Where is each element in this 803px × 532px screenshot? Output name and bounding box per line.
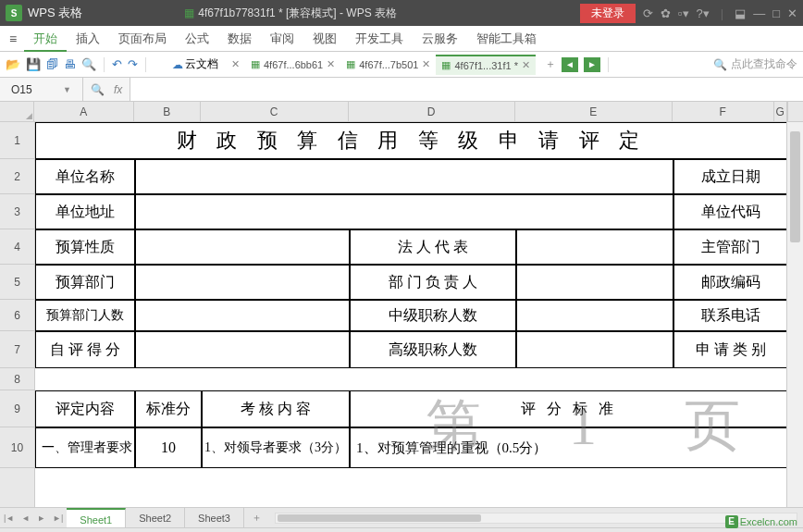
row-header-4[interactable]: 4 <box>0 229 34 265</box>
sheet-tab-0[interactable]: Sheet1 <box>67 508 126 527</box>
menu-7[interactable]: 开发工具 <box>346 26 413 52</box>
doc-tab-0[interactable]: ▦4f67f...6bb61✕ <box>245 55 340 75</box>
undo-icon[interactable]: ↶ <box>112 57 122 71</box>
row-header-8[interactable]: 8 <box>0 368 34 390</box>
cell[interactable]: 申 请 类 别 <box>673 331 788 368</box>
cell[interactable] <box>135 159 673 194</box>
save-icon[interactable]: 💾 <box>26 57 41 71</box>
sheet-tab-2[interactable]: Sheet3 <box>185 508 244 527</box>
help-icon[interactable]: ?▾ <box>697 6 710 20</box>
ribbon-min-icon[interactable]: ⬓ <box>735 6 746 20</box>
menu-8[interactable]: 云服务 <box>413 26 467 52</box>
open-icon[interactable]: 📂 <box>6 57 20 71</box>
cell[interactable]: 考 核 内 容 <box>202 390 350 427</box>
horizontal-scrollbar[interactable] <box>275 513 797 524</box>
row-header-2[interactable]: 2 <box>0 159 34 194</box>
menu-9[interactable]: 智能工具箱 <box>467 26 546 52</box>
vertical-scrollbar[interactable] <box>786 122 803 507</box>
cell[interactable]: 成立日期 <box>673 159 788 194</box>
formula-input[interactable] <box>130 78 803 101</box>
sheet-nav-last[interactable]: ►| <box>49 513 67 523</box>
cell[interactable]: 预算性质 <box>35 229 135 265</box>
tab-close-0[interactable]: ✕ <box>231 58 240 70</box>
cell[interactable]: 主管部门 <box>673 229 788 265</box>
redo-icon[interactable]: ↷ <box>128 57 138 71</box>
export-icon[interactable]: 🗐 <box>46 57 58 71</box>
cell[interactable]: 单位地址 <box>35 194 135 229</box>
print-icon[interactable]: 🖶 <box>64 57 76 71</box>
tab-nav-next[interactable]: ► <box>584 57 600 72</box>
tab-nav-prev[interactable]: ◄ <box>562 57 578 72</box>
cell[interactable]: 10 <box>135 427 202 468</box>
cell[interactable]: 1、对预算管理的重视（0.5分） <box>350 427 788 468</box>
cell[interactable]: 部 门 负 责 人 <box>350 265 516 300</box>
menu-main-icon[interactable]: ≡ <box>2 31 24 46</box>
close-icon[interactable]: ✕ <box>522 59 530 71</box>
row-header-6[interactable]: 6 <box>0 300 34 331</box>
login-button[interactable]: 未登录 <box>580 4 636 23</box>
cell[interactable]: 1、对领导者要求（3分） <box>202 427 350 468</box>
cell[interactable] <box>135 194 673 229</box>
select-all-corner[interactable]: ◢ <box>0 102 34 122</box>
maximize-icon[interactable]: □ <box>772 6 780 20</box>
command-search[interactable]: 🔍 点此查找命令 <box>713 56 797 72</box>
cell[interactable] <box>516 265 673 300</box>
cell[interactable] <box>516 331 673 368</box>
col-header-F[interactable]: F <box>673 102 774 121</box>
col-header-A[interactable]: A <box>34 102 134 121</box>
menu-0[interactable]: 开始 <box>24 26 67 52</box>
preview-icon[interactable]: 🔍 <box>81 57 96 71</box>
menu-1[interactable]: 插入 <box>67 26 109 52</box>
row-header-1[interactable]: 1 <box>0 122 34 159</box>
cell[interactable]: 财 政 预 算 信 用 等 级 申 请 评 定 <box>35 122 788 159</box>
cell[interactable]: 单位代码 <box>673 194 788 229</box>
menu-3[interactable]: 公式 <box>176 26 218 52</box>
cell[interactable]: 评定内容 <box>35 390 135 427</box>
doc-tab-1[interactable]: ▦4f67f...7b501✕ <box>340 55 436 75</box>
add-sheet-icon[interactable]: ＋ <box>244 511 269 525</box>
doc-tab-2[interactable]: ▦4f67f1...31f1 *✕ <box>436 55 536 75</box>
row-header-7[interactable]: 7 <box>0 331 34 368</box>
col-header-E[interactable]: E <box>515 102 673 121</box>
sheet-tab-1[interactable]: Sheet2 <box>126 508 185 527</box>
row-header-5[interactable]: 5 <box>0 265 34 300</box>
cell[interactable] <box>135 229 350 265</box>
row-header-3[interactable]: 3 <box>0 194 34 229</box>
close-icon[interactable]: ✕ <box>327 58 335 70</box>
col-header-C[interactable]: C <box>201 102 349 121</box>
cell[interactable] <box>516 229 673 265</box>
close-icon[interactable]: ✕ <box>787 6 797 20</box>
skin-icon[interactable]: ▫▾ <box>678 6 689 20</box>
menu-2[interactable]: 页面布局 <box>109 26 176 52</box>
formula-search-icon[interactable]: 🔍 <box>91 83 105 96</box>
gear-icon[interactable]: ✿ <box>661 6 671 20</box>
cell[interactable]: 预算部门人数 <box>35 300 135 331</box>
row-header-10[interactable]: 10 <box>0 427 34 468</box>
sheet-nav-first[interactable]: |◄ <box>0 513 18 523</box>
cell[interactable]: 预算部门 <box>35 265 135 300</box>
cell[interactable]: 单位名称 <box>35 159 135 194</box>
cell[interactable] <box>516 300 673 331</box>
cell[interactable]: 中级职称人数 <box>350 300 516 331</box>
cell[interactable]: 法 人 代 表 <box>350 229 516 265</box>
cell[interactable]: 联系电话 <box>673 300 788 331</box>
close-icon[interactable]: ✕ <box>422 58 430 70</box>
cell-reference-box[interactable]: O15 ▼ <box>0 78 83 101</box>
spreadsheet-grid[interactable]: 财 政 预 算 信 用 等 级 申 请 评 定单位名称成立日期单位地址单位代码预… <box>35 122 786 507</box>
add-tab-icon[interactable]: ＋ <box>545 56 556 72</box>
menu-5[interactable]: 审阅 <box>261 26 303 52</box>
cell[interactable]: 自 评 得 分 <box>35 331 135 368</box>
col-header-B[interactable]: B <box>134 102 201 121</box>
fx-label[interactable]: fx <box>114 83 122 96</box>
minimize-icon[interactable]: — <box>753 6 765 20</box>
cell[interactable]: 邮政编码 <box>673 265 788 300</box>
menu-4[interactable]: 数据 <box>218 26 261 52</box>
menu-6[interactable]: 视图 <box>303 26 346 52</box>
cell[interactable]: 标准分 <box>135 390 202 427</box>
cell[interactable]: 评 分 标 准 <box>350 390 788 427</box>
cell[interactable] <box>135 300 350 331</box>
cloud-doc-button[interactable]: ☁ 云文档 <box>172 56 218 72</box>
cell[interactable]: 高级职称人数 <box>350 331 516 368</box>
cell[interactable] <box>135 265 350 300</box>
sheet-nav-next[interactable]: ► <box>33 513 49 523</box>
